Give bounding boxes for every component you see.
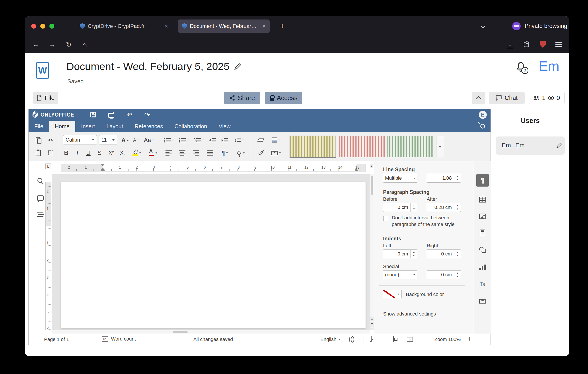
no-interval-checkbox[interactable] (383, 216, 388, 221)
tab-close-icon[interactable]: × (262, 23, 266, 29)
underline-button[interactable]: U (84, 148, 93, 158)
paste-button[interactable] (33, 148, 44, 158)
window-zoom-button[interactable] (49, 24, 54, 29)
tab-stop-selector[interactable]: L (45, 164, 51, 169)
spinner-steppers[interactable] (410, 250, 417, 258)
next-page-button[interactable] (370, 322, 374, 326)
extensions-button[interactable] (521, 39, 532, 50)
font-color-button[interactable]: A (146, 148, 160, 158)
menu-tab-references[interactable]: References (129, 121, 169, 132)
spinner-steppers[interactable] (454, 270, 461, 279)
copy-button[interactable] (33, 135, 44, 145)
first-line-indent-marker[interactable] (101, 164, 105, 166)
style-preview-3[interactable] (387, 136, 433, 157)
spinner-steppers[interactable] (454, 250, 461, 258)
textart-settings-tab[interactable]: Ta (476, 278, 489, 290)
align-right-button[interactable] (191, 148, 201, 158)
align-center-button[interactable] (177, 148, 188, 158)
vertical-scrollbar[interactable] (370, 174, 374, 330)
subscript-button[interactable]: X₂ (117, 148, 128, 158)
numbering-button[interactable] (178, 135, 190, 145)
presence-pill[interactable]: 1 0 (529, 92, 565, 104)
table-settings-tab[interactable] (476, 193, 489, 206)
find-button[interactable] (35, 175, 46, 186)
back-button[interactable]: ← (31, 39, 41, 50)
nonprinting-chars-button[interactable]: ¶ (218, 148, 231, 158)
share-button[interactable]: Share (224, 92, 260, 104)
page-indicator[interactable]: Page 1 of 1 (44, 337, 69, 342)
highlight-color-button[interactable] (130, 148, 144, 158)
line-spacing-amount-spinner[interactable]: 1.08 (427, 174, 461, 183)
chevron-down-icon[interactable] (395, 290, 401, 298)
document-language-button[interactable] (349, 337, 350, 343)
access-button[interactable]: Access (265, 92, 302, 104)
tab-cryptdrive[interactable]: CryptDrive - CryptPad.fr × (76, 20, 172, 33)
list-tabs-chevron-icon[interactable] (481, 24, 485, 28)
edit-title-pencil-icon[interactable] (234, 63, 242, 70)
multilevel-list-button[interactable] (192, 135, 205, 145)
notifications-button[interactable]: 2 (515, 61, 527, 73)
undo-button[interactable]: ↶ (124, 110, 135, 119)
editing-canvas[interactable] (52, 174, 370, 330)
fit-width-button[interactable]: ↔ (407, 337, 413, 342)
align-left-button[interactable] (163, 148, 174, 158)
decrement-font-size-button[interactable]: A (131, 135, 141, 145)
clear-style-button[interactable] (255, 135, 266, 145)
shading-button[interactable] (234, 148, 248, 158)
line-spacing-select[interactable]: Multiple (383, 174, 417, 183)
copy-style-button[interactable] (255, 148, 266, 158)
paragraph-settings-tab[interactable]: ¶ (476, 174, 489, 187)
new-tab-button[interactable]: + (277, 21, 287, 31)
print-button[interactable] (106, 110, 116, 119)
italic-button[interactable]: I (73, 148, 82, 158)
window-close-button[interactable] (31, 24, 36, 29)
collaborator-avatar[interactable]: E (479, 111, 487, 119)
strikethrough-button[interactable]: S (94, 148, 104, 158)
spacing-after-spinner[interactable]: 0.28 cm (427, 203, 461, 212)
style-preview-2[interactable] (339, 136, 385, 157)
downloads-button[interactable]: ↓ (505, 39, 515, 50)
document-page[interactable] (61, 182, 366, 328)
mail-merge-settings-tab[interactable] (476, 295, 489, 307)
scroll-down-button[interactable] (370, 326, 374, 330)
language-selector[interactable]: English (320, 337, 340, 342)
edit-user-pencil-icon[interactable] (556, 142, 562, 148)
special-select[interactable]: (none) (383, 270, 417, 279)
tab-document-active[interactable]: Document - Wed, February 5, 2 × (178, 20, 270, 33)
indent-right-spinner[interactable]: 0 cm (427, 249, 461, 258)
zoom-out-button[interactable]: − (421, 335, 425, 343)
select-all-button[interactable] (45, 148, 56, 158)
advanced-settings-link[interactable]: Show advanced settings (383, 311, 436, 317)
collapse-toolbar-button[interactable] (472, 92, 485, 104)
zoom-in-button[interactable]: + (468, 335, 472, 343)
font-name-select[interactable]: Calibri (63, 135, 97, 145)
spinner-steppers[interactable] (454, 203, 461, 212)
menu-tab-insert[interactable]: Insert (75, 121, 101, 132)
file-menu-button[interactable]: File (33, 92, 58, 104)
bold-button[interactable]: B (61, 148, 71, 158)
increment-font-size-button[interactable]: A (120, 135, 130, 145)
scroll-up-button[interactable] (370, 164, 373, 168)
line-spacing-button[interactable] (232, 135, 246, 145)
previous-page-button[interactable] (370, 317, 374, 321)
app-menu-button[interactable] (553, 39, 564, 50)
window-minimize-button[interactable] (40, 24, 45, 29)
font-size-select[interactable]: 11 (99, 135, 117, 145)
user-list-item[interactable]: Em Em (496, 136, 565, 155)
background-color-picker[interactable] (383, 290, 402, 298)
menu-tab-collaboration[interactable]: Collaboration (168, 121, 213, 132)
scrollbar-thumb[interactable] (173, 331, 188, 333)
indent-left-spinner[interactable]: 0 cm (383, 249, 417, 258)
style-preview-1[interactable] (290, 136, 336, 157)
increase-indent-button[interactable] (220, 135, 230, 145)
tab-close-icon[interactable]: × (165, 23, 168, 29)
superscript-button[interactable]: X² (106, 148, 117, 158)
spinner-steppers[interactable] (454, 174, 461, 182)
redo-button[interactable]: ↷ (142, 110, 152, 119)
home-button[interactable]: ⌂ (79, 39, 90, 50)
menu-tab-home[interactable]: Home (49, 121, 75, 132)
bullets-button[interactable] (162, 135, 175, 145)
account-avatar[interactable]: Em (539, 58, 559, 74)
right-indent-marker[interactable] (355, 169, 358, 171)
shape-settings-tab[interactable] (476, 244, 489, 256)
